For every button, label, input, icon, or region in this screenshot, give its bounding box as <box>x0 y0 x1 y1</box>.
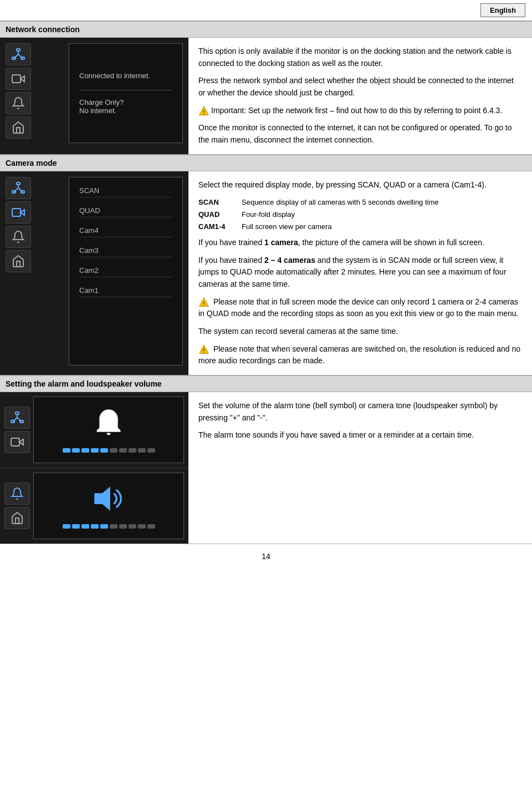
vol-cam-icon-top <box>4 431 30 453</box>
camera-text5: The system can record several cameras at… <box>198 326 522 338</box>
volume-bell-row <box>0 392 188 468</box>
svg-rect-0 <box>17 49 20 51</box>
camera-mode-header: Camera mode <box>0 155 532 171</box>
speaker-dot-9 <box>138 524 146 529</box>
vol-bell-icon-bottom <box>4 483 30 505</box>
mode-table: SCAN Sequence display of all cameras wit… <box>198 197 522 232</box>
svg-rect-20 <box>16 412 19 414</box>
svg-line-5 <box>18 54 23 58</box>
camera-bold-1cam: 1 camera <box>264 238 298 247</box>
bell-dot-6 <box>110 448 117 453</box>
svg-text:!: ! <box>203 109 205 115</box>
alarm-volume-header: Setting the alarm and loudspeaker volume <box>0 375 532 392</box>
network-text2: Press the network symbol and select whet… <box>198 75 522 99</box>
sidebar-icons <box>6 43 31 149</box>
warning-icon-2: ! <box>198 297 209 308</box>
network-screen: Connected to internet. Charge Only? No i… <box>69 43 183 143</box>
mode-quad-val: Four-fold display <box>242 209 522 220</box>
camera-text4: ! Please note that in full screen mode t… <box>198 296 522 320</box>
svg-rect-6 <box>12 75 21 83</box>
volume-left-panel <box>0 392 188 544</box>
camera-bold-24cam: 2 – 4 cameras <box>264 256 315 265</box>
network-charge-area: Charge Only? No internet. <box>79 90 172 115</box>
svg-rect-15 <box>12 209 21 216</box>
alarm-right-panel: Set the volume of the alarm tone (bell s… <box>188 392 532 544</box>
speaker-dot-10 <box>147 524 155 529</box>
network-right-panel: This option is only available if the mon… <box>188 38 532 154</box>
cam-quad: QUAD <box>79 204 172 217</box>
camera-sidebar-icons <box>6 177 31 369</box>
bell-dot-4 <box>91 448 99 453</box>
warning-icon-3: ! <box>198 344 209 355</box>
bell-dot-5 <box>100 448 108 453</box>
alarm-text2: The alarm tone sounds if you have saved … <box>198 429 522 441</box>
mode-scan-key: SCAN <box>198 197 237 208</box>
svg-line-25 <box>17 418 22 422</box>
warning-icon-1: ! <box>198 105 209 116</box>
alarm-text1: Set the volume of the alarm tone (bell s… <box>198 400 522 424</box>
svg-text:!: ! <box>203 348 205 354</box>
bell-dot-10 <box>147 448 155 453</box>
network-connection-row: Connected to internet. Charge Only? No i… <box>0 38 532 155</box>
speaker-dot-3 <box>81 524 89 529</box>
alarm-volume-row: Set the volume of the alarm tone (bell s… <box>0 392 532 544</box>
vol-sidebar-top <box>4 407 29 453</box>
svg-line-14 <box>18 188 23 192</box>
camera-text1: Select the required display mode, by pre… <box>198 179 522 191</box>
bell-dot-7 <box>119 448 127 453</box>
page-number: 14 <box>0 544 532 569</box>
speaker-dot-5 <box>100 524 108 529</box>
svg-rect-26 <box>11 438 19 446</box>
camera-text3: If you have trained 2 – 4 cameras and th… <box>198 255 522 291</box>
mode-cam14-val: Full screen view per camera <box>242 221 522 232</box>
network-charge-text: Charge Only? <box>79 98 172 106</box>
cam-cam1: Cam1 <box>79 284 172 297</box>
bell-dot-3 <box>81 448 89 453</box>
bell-dot-8 <box>129 448 136 453</box>
speaker-dots <box>63 524 155 529</box>
cam-cam4: Cam4 <box>79 224 172 237</box>
svg-marker-27 <box>95 488 110 510</box>
camera-screen: SCAN QUAD Cam4 Cam3 Cam2 Cam1 <box>69 177 183 366</box>
language-button[interactable]: English <box>480 3 525 17</box>
network-connection-header: Network connection <box>0 21 532 38</box>
mode-quad-key: QUAD <box>198 209 237 220</box>
svg-line-4 <box>14 54 18 58</box>
network-text1: This option is only available if the mon… <box>198 45 522 69</box>
cam-cam2: Cam2 <box>79 264 172 277</box>
camera-left-panel: SCAN QUAD Cam4 Cam3 Cam2 Cam1 <box>0 171 188 375</box>
bell-dots <box>63 448 155 453</box>
network-connected-text: Connected to internet. <box>79 72 150 80</box>
speaker-dot-4 <box>91 524 99 529</box>
speaker-dot-6 <box>110 524 117 529</box>
volume-speaker-row <box>0 468 188 544</box>
svg-line-13 <box>14 188 18 192</box>
cam-sidebar-home-icon <box>6 250 31 272</box>
network-text4: Once the monitor is connected to the int… <box>198 122 522 146</box>
speaker-dot-2 <box>72 524 80 529</box>
cam-cam3: Cam3 <box>79 244 172 257</box>
vol-home-icon-bottom <box>4 507 30 529</box>
bell-screen <box>33 397 184 463</box>
vol-sidebar-bottom <box>4 483 29 529</box>
bell-dot-1 <box>63 448 70 453</box>
camera-right-panel: Select the required display mode, by pre… <box>188 171 532 375</box>
vol-net-icon-top <box>4 407 30 429</box>
bell-icon-svg <box>93 407 124 438</box>
camera-text2: If you have trained 1 camera, the pictur… <box>198 237 522 249</box>
network-left-panel: Connected to internet. Charge Only? No i… <box>0 38 188 154</box>
bell-dot-9 <box>138 448 146 453</box>
speaker-icon-svg <box>91 483 126 514</box>
cam-sidebar-bell-icon <box>6 226 31 248</box>
camera-text6: ! Please note that when several cameras … <box>198 343 522 367</box>
sidebar-bell-icon <box>6 92 31 114</box>
cam-sidebar-network-icon <box>6 177 31 199</box>
network-text3: ! Important: Set up the network first – … <box>198 105 522 117</box>
sidebar-home-icon <box>6 116 31 139</box>
speaker-dot-8 <box>129 524 136 529</box>
mode-cam14-key: CAM1-4 <box>198 221 237 232</box>
cam-sidebar-camera-icon <box>6 201 31 224</box>
cam-scan: SCAN <box>79 184 172 197</box>
speaker-screen <box>33 473 184 539</box>
sidebar-network-icon <box>6 43 31 65</box>
